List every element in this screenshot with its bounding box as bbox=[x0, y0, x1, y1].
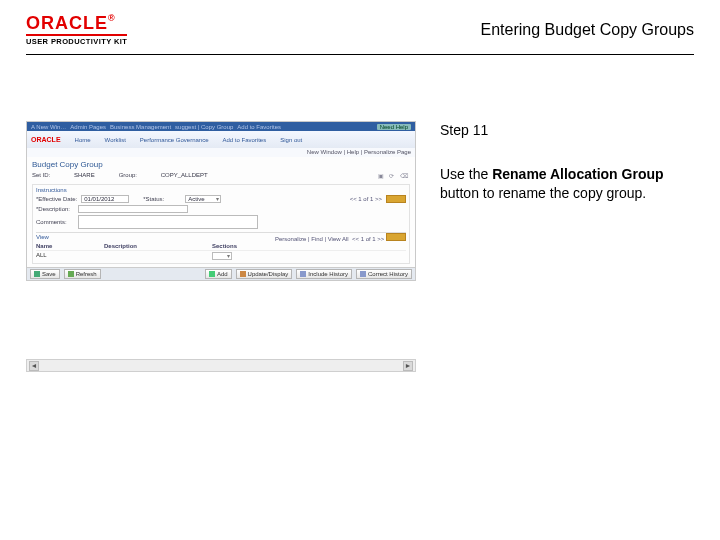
mini-breadcrumb: New Window | Help | Personalize Page bbox=[27, 148, 415, 157]
brand-reg: ® bbox=[108, 13, 116, 23]
scroll-right-arrow[interactable]: ► bbox=[403, 361, 413, 371]
mini-status-dropdown: Active bbox=[185, 195, 221, 203]
mini-comments-field bbox=[78, 215, 258, 229]
scroll-left-arrow[interactable]: ◄ bbox=[29, 361, 39, 371]
mini-correct-button: Correct History bbox=[356, 269, 412, 279]
brand-subline: USER PRODUCTIVITY KIT bbox=[26, 37, 127, 46]
mini-titlebar: A New Win… Admin Pages Business Manageme… bbox=[27, 122, 415, 131]
screenshot-thumbnail: A New Win… Admin Pages Business Manageme… bbox=[26, 121, 416, 281]
mini-save-button: Save bbox=[30, 269, 60, 279]
brand-word: ORACLE bbox=[26, 13, 108, 33]
mini-button-bar: Save Refresh Add Update/Display Include … bbox=[27, 267, 415, 280]
step-instruction: Use the Rename Allocation Group button t… bbox=[440, 165, 694, 204]
mini-history-button: Include History bbox=[296, 269, 352, 279]
mini-action-icons: ▣ ⟳ ⌫ bbox=[378, 172, 410, 179]
document-title: Entering Budget Copy Groups bbox=[481, 21, 694, 39]
mini-refresh-button: Refresh bbox=[64, 269, 101, 279]
horizontal-scrollbar[interactable]: ◄ ► bbox=[26, 359, 416, 372]
mini-navbar: ORACLE Home Worklist Performance Governa… bbox=[27, 131, 415, 148]
mini-desc-field bbox=[78, 205, 188, 213]
mini-gold-button bbox=[386, 195, 406, 203]
mini-instructions-panel: Instructions *Effective Date: 01/01/2012… bbox=[32, 184, 410, 264]
header-rule bbox=[26, 54, 694, 55]
mini-eff-date-field: 01/01/2012 bbox=[81, 195, 129, 203]
oracle-logo: ORACLE® USER PRODUCTIVITY KIT bbox=[26, 14, 127, 46]
step-label: Step 11 bbox=[440, 121, 694, 141]
mini-update-button: Update/Display bbox=[236, 269, 293, 279]
mini-view-grid: View Personalize | Find | View All << 1 … bbox=[36, 232, 406, 261]
mini-add-button: Add bbox=[205, 269, 232, 279]
mini-id-row: Set ID: SHARE Group: COPY_ALLDEPT ▣ ⟳ ⌫ bbox=[32, 172, 410, 179]
mini-page-title: Budget Copy Group bbox=[32, 160, 410, 169]
